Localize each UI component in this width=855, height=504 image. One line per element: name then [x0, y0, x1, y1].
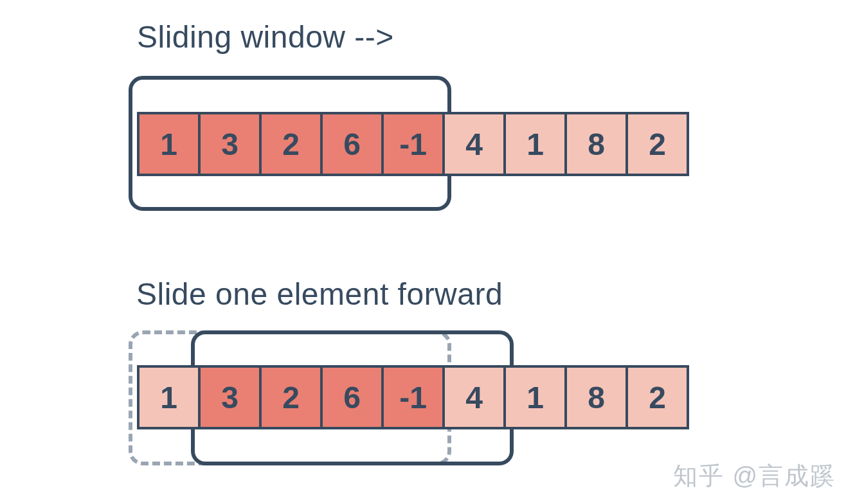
array-cell: 6: [320, 112, 384, 176]
array-cell: 8: [564, 112, 628, 176]
array-cell: 4: [442, 112, 506, 176]
title-sliding-window: Sliding window -->: [137, 19, 394, 55]
array-row-1: 1326-14182: [137, 112, 689, 176]
array-cell: 1: [503, 112, 567, 176]
diagram-canvas: Sliding window --> 1326-14182 Slide one …: [0, 0, 855, 504]
array-cell: 2: [626, 365, 689, 429]
array-cell: 2: [259, 112, 323, 176]
array-cell: 3: [198, 365, 262, 429]
array-cell: 3: [198, 112, 262, 176]
array-cell: -1: [381, 365, 445, 429]
array-cell: -1: [381, 112, 445, 176]
array-row-2: 1326-14182: [137, 365, 689, 429]
array-cell: 1: [137, 112, 201, 176]
array-cell: 1: [503, 365, 567, 429]
title-slide-forward: Slide one element forward: [136, 276, 503, 312]
array-cell: 8: [564, 365, 628, 429]
array-cell: 2: [259, 365, 323, 429]
array-cell: 2: [626, 112, 689, 176]
array-cell: 6: [320, 365, 384, 429]
array-cell: 4: [442, 365, 506, 429]
watermark-text: 知乎 @言成蹊: [673, 460, 836, 492]
array-cell: 1: [137, 365, 201, 429]
